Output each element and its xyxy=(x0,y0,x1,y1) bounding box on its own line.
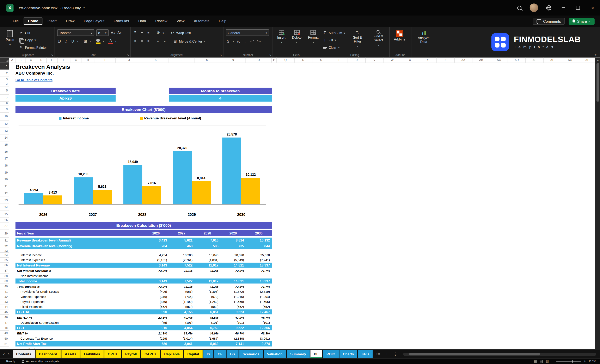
row-header-15[interactable]: 15 xyxy=(0,141,9,148)
cell-value[interactable]: (552) xyxy=(220,304,246,309)
cell-value[interactable]: 73.2% xyxy=(195,268,220,273)
fill-color-chevron-down-icon[interactable]: ∨ xyxy=(102,40,104,43)
row-header-1[interactable]: 1 xyxy=(0,63,9,70)
months-to-breakeven-value[interactable]: 4 xyxy=(169,95,272,102)
align-center-button[interactable]: ≡ xyxy=(140,39,144,43)
row-header-47[interactable]: 47 xyxy=(0,320,9,325)
column-header-S[interactable]: S xyxy=(312,58,330,63)
cell-value[interactable]: 3,143 xyxy=(143,278,169,283)
row-header-10[interactable]: 10 xyxy=(0,113,9,120)
decrease-decimal-button[interactable]: .0→ xyxy=(256,39,261,43)
format-painter-button[interactable]: ✎Format Painter xyxy=(19,45,47,51)
cell-value[interactable]: 5,621 xyxy=(169,237,194,243)
column-header-O[interactable]: O xyxy=(246,58,272,63)
column-header-K[interactable]: K xyxy=(143,58,169,63)
row-header-18[interactable]: 18 xyxy=(0,162,9,169)
column-header-C[interactable]: C xyxy=(26,58,36,63)
row-header-9[interactable]: 9 xyxy=(0,105,9,113)
font-family-select[interactable]: Tahoma∨ xyxy=(57,29,94,36)
row-header-50[interactable]: 50 xyxy=(0,336,9,341)
row-header-17[interactable]: 17 xyxy=(0,155,9,162)
underline-chevron-down-icon[interactable]: ∨ xyxy=(77,40,79,43)
sheet-tab-payroll[interactable]: Payroll xyxy=(122,350,141,358)
currency-chevron-down-icon[interactable]: ∨ xyxy=(232,40,234,43)
increase-indent-button[interactable]: » xyxy=(162,39,167,43)
cell-value[interactable]: - xyxy=(246,273,272,278)
format-cells-button[interactable]: Format∨ xyxy=(306,29,320,45)
horizontal-scrollbar-thumb[interactable] xyxy=(409,353,540,355)
months-to-breakeven-header[interactable]: Months to breakeven xyxy=(169,88,272,94)
cell-value[interactable]: 71.7% xyxy=(246,268,272,273)
cell-value[interactable]: 915 xyxy=(143,325,169,330)
row-header-8[interactable]: 8 xyxy=(0,102,9,106)
table-row[interactable]: EBIT %21.3%39.4%44.9%46.7%48.3% xyxy=(16,331,272,336)
table-row[interactable]: Net Profit After Tax6863,0415,0627,1419,… xyxy=(16,341,272,347)
cell-value[interactable]: 12,467 xyxy=(246,309,272,314)
ribbon-tab-home[interactable]: Home xyxy=(24,17,43,25)
table-row[interactable]: Fixed Expenses(552)(552)(552)(552)(552) xyxy=(16,304,272,309)
cell-value[interactable]: 3,041 xyxy=(169,341,194,346)
cell-value[interactable]: 8,814 xyxy=(220,237,246,243)
scroll-up-icon[interactable]: ▲ xyxy=(596,58,600,61)
align-left-button[interactable]: ≡ xyxy=(133,39,138,43)
sheet-tab-capital[interactable]: Capital xyxy=(184,350,202,358)
cell-value[interactable]: 73.1% xyxy=(169,268,194,273)
column-header-F[interactable]: F xyxy=(58,58,71,63)
font-color-button[interactable]: A xyxy=(108,39,113,43)
table-row[interactable]: Revenue Breakeven level (Annual)3,4135,6… xyxy=(16,237,272,243)
chart-bar-breakeven-2027[interactable]: 5,621 xyxy=(93,190,112,204)
paste-button[interactable]: Paste ∨ xyxy=(4,29,16,47)
row-header-36[interactable]: 36 xyxy=(0,263,9,268)
toc-link[interactable]: Go to Table of Contents xyxy=(16,78,53,82)
chart-bar-interest-income-2028[interactable]: 15,049 xyxy=(123,165,142,204)
column-header-AC[interactable]: AC xyxy=(490,58,508,63)
ribbon-tab-data[interactable]: Data xyxy=(134,17,150,25)
breakeven-date-value[interactable]: Apr-26 xyxy=(16,95,116,102)
comments-button[interactable]: Comments xyxy=(533,18,565,25)
number-dialog-launcher[interactable]: ↘ xyxy=(269,54,272,57)
column-header-Z[interactable]: Z xyxy=(437,58,455,63)
ribbon-tab-automate[interactable]: Automate xyxy=(190,17,214,25)
accessibility-button[interactable]: Accessibility: Investigate xyxy=(21,360,60,363)
row-header-16[interactable]: 16 xyxy=(0,148,9,155)
row-header-5[interactable]: 5 xyxy=(0,87,9,95)
row-header-32[interactable]: 32 xyxy=(0,243,9,249)
table-row[interactable]: Corporate Tax Expense(229)(1,014)(1,687)… xyxy=(16,336,272,341)
cell-value[interactable]: (1,014) xyxy=(169,336,194,341)
cell-value[interactable]: 18,337 xyxy=(246,263,272,268)
cell-value[interactable]: 7,141 xyxy=(220,341,246,346)
italic-button[interactable]: I xyxy=(64,39,68,43)
cell-value[interactable]: 72.8% xyxy=(220,268,246,273)
cell-value[interactable]: - xyxy=(169,273,194,278)
cell-value[interactable]: 11,017 xyxy=(195,278,220,283)
cell-value[interactable]: 15,049 xyxy=(195,253,220,258)
cell-value[interactable]: 7,016 xyxy=(195,237,220,243)
cell-value[interactable]: (552) xyxy=(195,304,220,309)
shrink-font-button[interactable]: A∨ xyxy=(117,30,122,35)
table-row[interactable]: Interest Expenses(1,151)(2,761)(4,031)(5… xyxy=(16,258,272,263)
align-right-button[interactable]: ≡ xyxy=(146,39,151,43)
cell-value[interactable]: 10,283 xyxy=(169,253,194,258)
page-layout-view-icon[interactable]: ▤ xyxy=(539,360,543,363)
cut-button[interactable]: ✂Cut xyxy=(19,30,47,36)
cell-value[interactable]: (1,872) xyxy=(220,289,246,294)
cell-value[interactable]: (2,319) xyxy=(246,289,272,294)
borders-button[interactable]: ⊞ xyxy=(83,39,88,43)
sort-filter-button[interactable]: ⇅Sort & Filter∨ xyxy=(348,29,367,49)
cell-value[interactable]: 3,143 xyxy=(143,263,169,268)
table-row[interactable]: Net Profit After Tax %16.0%29.6%33.6%35.… xyxy=(16,347,272,349)
ribbon-tab-insert[interactable]: Insert xyxy=(43,17,61,25)
column-header-AB[interactable]: AB xyxy=(472,58,490,63)
cell-value[interactable]: 3,413 xyxy=(143,237,169,243)
row-header-12[interactable]: 12 xyxy=(0,120,9,127)
cell-value[interactable]: 47.2% xyxy=(220,315,246,320)
chart-bar-breakeven-2030[interactable]: 10,132 xyxy=(241,178,260,204)
cell-value[interactable]: 585 xyxy=(195,243,220,249)
currency-format-button[interactable]: $ xyxy=(226,39,230,43)
column-header-D[interactable]: D xyxy=(36,58,47,63)
row-header-46[interactable]: 46 xyxy=(0,315,9,320)
column-header-J[interactable]: J xyxy=(116,58,143,63)
chart-title-banner[interactable]: Breakeven Chart ($'000) xyxy=(16,106,272,113)
row-header-20[interactable]: 20 xyxy=(0,176,9,183)
title-chevron-down-icon[interactable]: ∨ xyxy=(83,6,85,9)
